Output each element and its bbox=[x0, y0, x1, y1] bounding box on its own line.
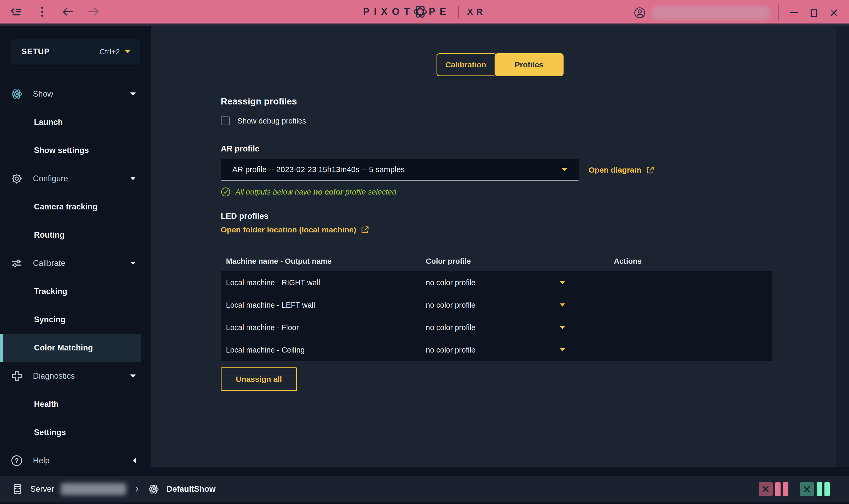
server-name-redacted bbox=[61, 483, 126, 495]
help-icon: ? bbox=[11, 454, 23, 467]
chevron-down-icon bbox=[130, 92, 136, 95]
svg-text:?: ? bbox=[15, 457, 19, 464]
sidebar-item-launch[interactable]: Launch bbox=[0, 108, 151, 136]
window-controls-divider bbox=[778, 4, 779, 21]
sidebar-nav: Show Launch Show settings bbox=[0, 80, 151, 475]
logo-atom-icon bbox=[412, 4, 428, 20]
engine-status-pink bbox=[759, 482, 789, 496]
color-profile-select[interactable]: no color profile bbox=[421, 346, 609, 354]
product-name: XR bbox=[467, 6, 486, 17]
server-database-icon bbox=[12, 483, 23, 495]
color-profile-select[interactable]: no color profile bbox=[421, 301, 609, 309]
chevron-down-icon bbox=[130, 177, 136, 180]
close-button[interactable] bbox=[828, 6, 840, 19]
sidebar-item-camera-tracking[interactable]: Camera tracking bbox=[0, 193, 151, 221]
sidebar-divider bbox=[12, 65, 140, 65]
checkbox-icon[interactable] bbox=[221, 116, 230, 125]
scrollbar-gutter[interactable] bbox=[836, 25, 849, 467]
unassign-all-label: Unassign all bbox=[236, 375, 282, 384]
unassign-all-button[interactable]: Unassign all bbox=[221, 367, 297, 391]
sidebar-item-label: Settings bbox=[34, 428, 66, 437]
mode-selector[interactable]: SETUP Ctrl+2 bbox=[12, 39, 140, 65]
back-arrow-icon[interactable] bbox=[61, 5, 75, 19]
sidebar-item-help[interactable]: ? Help bbox=[0, 447, 151, 475]
chevron-down-icon bbox=[560, 281, 565, 284]
table-row: Local machine - RIGHT wall no color prof… bbox=[221, 271, 772, 294]
debug-profiles-toggle[interactable]: Show debug profiles bbox=[221, 116, 772, 125]
table-row: Local machine - LEFT wall no color profi… bbox=[221, 294, 772, 316]
app-window: PIXOT PE XR bbox=[0, 0, 849, 504]
open-diagram-link[interactable]: Open diagram bbox=[588, 165, 655, 175]
logo-text-right: PE bbox=[429, 6, 450, 17]
app-logo: PIXOT PE XR bbox=[363, 4, 486, 20]
led-profiles-heading: LED profiles bbox=[221, 212, 772, 221]
mode-label: SETUP bbox=[21, 47, 50, 56]
sidebar: SETUP Ctrl+2 bbox=[0, 25, 151, 476]
maximize-button[interactable] bbox=[808, 6, 820, 19]
sidebar-item-label: Diagnostics bbox=[33, 371, 75, 381]
sidebar-item-label: Show bbox=[33, 89, 53, 99]
sidebar-item-label: Camera tracking bbox=[34, 202, 98, 212]
col-header-machine: Machine name - Output name bbox=[221, 257, 421, 266]
sidebar-item-configure[interactable]: Configure bbox=[0, 164, 151, 193]
sidebar-item-tracking[interactable]: Tracking bbox=[0, 277, 151, 306]
sidebar-item-label: Help bbox=[33, 456, 50, 465]
sidebar-item-syncing[interactable]: Syncing bbox=[0, 306, 151, 334]
server-label[interactable]: Server bbox=[30, 484, 54, 494]
sidebar-item-calibrate[interactable]: Calibrate bbox=[0, 249, 151, 277]
sidebar-item-label: Health bbox=[34, 399, 59, 409]
sidebar-item-label: Tracking bbox=[34, 287, 67, 296]
sidebar-item-diagnostics[interactable]: Diagnostics bbox=[0, 362, 151, 390]
sidebar-item-label: Routing bbox=[34, 230, 65, 240]
sidebar-item-show[interactable]: Show bbox=[0, 80, 151, 108]
page-title: Reassign profiles bbox=[221, 96, 772, 107]
table-row: Local machine - Ceiling no color profile bbox=[221, 339, 772, 361]
sidebar-item-label: Configure bbox=[33, 174, 68, 183]
kebab-menu-icon[interactable] bbox=[36, 5, 49, 19]
col-header-profile: Color profile bbox=[421, 257, 609, 266]
title-bar: PIXOT PE XR bbox=[0, 0, 849, 25]
chevron-down-icon bbox=[130, 375, 136, 378]
user-email-redacted bbox=[651, 6, 771, 20]
color-profile-select[interactable]: no color profile bbox=[421, 323, 609, 332]
sidebar-item-settings[interactable]: Settings bbox=[0, 418, 151, 447]
sidebar-item-routing[interactable]: Routing bbox=[0, 221, 151, 249]
sidebar-item-health[interactable]: Health bbox=[0, 390, 151, 418]
open-folder-label: Open folder location (local machine) bbox=[221, 226, 356, 234]
engine-bar-icon bbox=[817, 482, 822, 496]
stop-engine-pink-button[interactable] bbox=[759, 482, 773, 496]
checkbox-label: Show debug profiles bbox=[237, 117, 306, 125]
status-text-suffix: profile selected. bbox=[343, 188, 399, 196]
ar-profile-select[interactable]: AR profile -- 2023-02-23 15h13m40s -- 5 … bbox=[221, 159, 579, 181]
machine-output-name: Local machine - LEFT wall bbox=[221, 301, 421, 309]
engine-bar-icon bbox=[825, 482, 830, 496]
logo-divider bbox=[458, 6, 459, 18]
panel-bottom-gap bbox=[151, 467, 849, 476]
sidebar-item-label: Show settings bbox=[34, 146, 89, 155]
stop-engine-green-button[interactable] bbox=[800, 482, 814, 496]
status-text-prefix: All outputs below have bbox=[235, 188, 313, 196]
forward-arrow-icon[interactable] bbox=[87, 5, 100, 19]
color-profile-select[interactable]: no color profile bbox=[421, 278, 609, 287]
sidebar-item-label: Color Matching bbox=[34, 343, 93, 353]
open-folder-link[interactable]: Open folder location (local machine) bbox=[221, 225, 772, 234]
sidebar-item-show-settings[interactable]: Show settings bbox=[0, 136, 151, 164]
ar-status-message: All outputs below have no color profile … bbox=[221, 187, 772, 197]
color-profile-value: no color profile bbox=[426, 278, 475, 287]
color-profile-value: no color profile bbox=[426, 346, 475, 354]
sidebar-item-color-matching[interactable]: Color Matching bbox=[0, 334, 141, 362]
machine-output-name: Local machine - Ceiling bbox=[221, 346, 421, 354]
chevron-down-icon bbox=[560, 326, 565, 329]
minimize-button[interactable] bbox=[788, 6, 800, 19]
user-account-button[interactable] bbox=[634, 6, 771, 20]
sidebar-item-label: Syncing bbox=[34, 315, 66, 324]
machine-output-name: Local machine - Floor bbox=[221, 323, 421, 332]
logo-text-left: PIXOT bbox=[363, 6, 414, 17]
table-row: Local machine - Floor no color profile bbox=[221, 316, 772, 339]
engine-status-green bbox=[800, 482, 830, 496]
mode-shortcut: Ctrl+2 bbox=[100, 48, 120, 56]
collapse-sidebar-icon[interactable] bbox=[10, 5, 23, 19]
chevron-left-icon bbox=[133, 458, 136, 463]
gear-icon bbox=[11, 172, 23, 185]
current-show-name[interactable]: DefaultShow bbox=[166, 484, 215, 494]
